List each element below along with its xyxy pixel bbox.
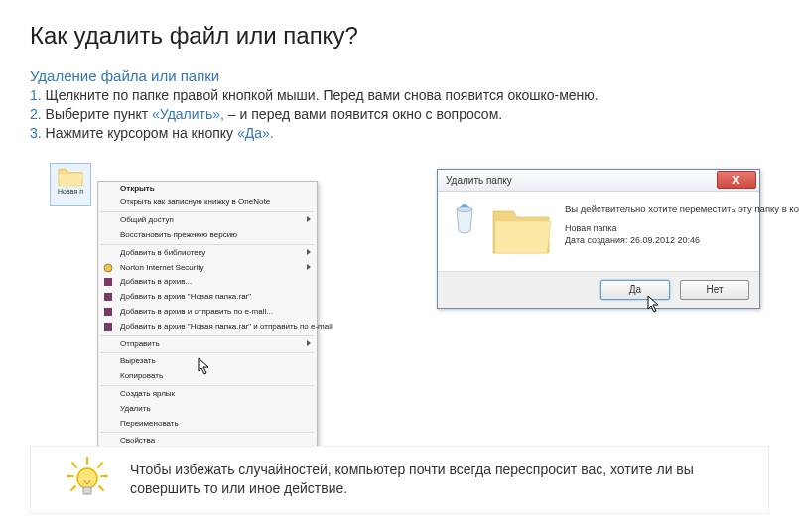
- dialog-text: Вы действительно хотите переместить эту …: [565, 203, 799, 261]
- svg-rect-2: [104, 293, 112, 301]
- dialog-titlebar: Удалить папку X: [438, 170, 759, 192]
- tip-box: Чтобы избежать случайностей, компьютер п…: [30, 446, 769, 514]
- close-icon: X: [732, 174, 739, 186]
- menu-archive-mail[interactable]: Добавить в архив и отправить по e-mail..…: [98, 305, 317, 320]
- close-button[interactable]: X: [717, 171, 756, 189]
- lightbulb-icon: [63, 455, 112, 504]
- svg-line-8: [98, 463, 102, 467]
- svg-rect-1: [104, 278, 112, 286]
- menu-open-onenote[interactable]: Открыть как записную книжку в OneNote: [98, 196, 317, 210]
- recycle-bin-icon: [452, 203, 477, 261]
- svg-point-5: [457, 206, 472, 211]
- norton-icon: [102, 263, 114, 273]
- menu-delete[interactable]: Удалить: [98, 402, 317, 417]
- rar-icon: [102, 322, 114, 332]
- menu-rename[interactable]: Переименовать: [98, 417, 317, 432]
- menu-norton[interactable]: Norton Internet Security: [98, 261, 317, 276]
- menu-open[interactable]: Открыть: [98, 182, 317, 197]
- menu-share[interactable]: Общий доступ: [98, 213, 317, 228]
- subtitle: Удаление файла или папки: [30, 67, 769, 84]
- rar-icon: [102, 277, 114, 287]
- menu-send[interactable]: Отправить: [98, 337, 317, 352]
- folder-label: Новая п: [58, 188, 83, 195]
- svg-point-13: [77, 468, 97, 488]
- dialog-folder-name: Новая папка: [565, 222, 799, 235]
- no-button[interactable]: Нет: [680, 280, 749, 300]
- rar-icon: [102, 307, 114, 317]
- cursor-icon: [646, 294, 666, 314]
- step-1: 1. Щелкните по папке правой кнопкой мыши…: [30, 86, 769, 105]
- page-title: Как удалить файл или папку?: [30, 22, 769, 50]
- step-text-b: – и перед вами появится окно с вопросом.: [224, 106, 502, 122]
- step-text: Нажмите курсором на кнопку: [46, 125, 237, 141]
- step-highlight: «Да».: [237, 125, 274, 141]
- rar-icon: [102, 292, 114, 302]
- menu-library[interactable]: Добавить в библиотеку: [98, 246, 317, 261]
- svg-rect-4: [104, 323, 112, 331]
- svg-point-0: [104, 264, 112, 272]
- step-2: 2. Выберите пункт «Удалить», – и перед в…: [30, 105, 769, 124]
- menu-archive-new[interactable]: Добавить в архив "Новая папка.rar": [98, 290, 317, 305]
- step-highlight: «Удалить»,: [152, 106, 224, 122]
- step-num: 1.: [30, 87, 42, 103]
- folder-big-icon: [489, 203, 553, 261]
- dialog-footer: Да Нет: [438, 271, 759, 308]
- context-menu: Открыть Открыть как записную книжку в On…: [97, 181, 318, 451]
- menu-shortcut[interactable]: Создать ярлык: [98, 387, 317, 402]
- menu-archive-new-mail[interactable]: Добавить в архив "Новая папка.rar" и отп…: [98, 320, 317, 334]
- context-menu-illustration: Новая п Открыть Открыть как записную кни…: [50, 163, 318, 206]
- dialog-illustration: Удалить папку X: [437, 169, 760, 309]
- folder-svg: [57, 166, 84, 188]
- steps-list: 1. Щелкните по папке правой кнопкой мыши…: [30, 86, 769, 143]
- dialog-question: Вы действительно хотите переместить эту …: [565, 203, 799, 214]
- menu-restore[interactable]: Восстановить прежнюю версию: [98, 228, 317, 243]
- svg-rect-3: [104, 308, 112, 316]
- svg-line-12: [99, 486, 103, 490]
- illustrations: Новая п Открыть Открыть как записную кни…: [50, 163, 769, 309]
- step-text: Щелкните по папке правой кнопкой мыши. П…: [46, 87, 599, 103]
- step-num: 3.: [30, 125, 42, 141]
- svg-line-7: [72, 463, 76, 467]
- step-3: 3. Нажмите курсором на кнопку «Да».: [30, 124, 769, 143]
- delete-dialog: Удалить папку X: [437, 169, 760, 309]
- folder-icon[interactable]: Новая п: [50, 163, 91, 206]
- cursor-icon: [197, 356, 216, 376]
- tip-text: Чтобы избежать случайностей, компьютер п…: [130, 462, 694, 497]
- svg-rect-14: [83, 487, 91, 494]
- svg-line-11: [71, 486, 75, 490]
- step-text: Выберите пункт: [46, 106, 152, 122]
- dialog-body: Вы действительно хотите переместить эту …: [438, 192, 759, 271]
- dialog-folder-date: Дата создания: 26.09.2012 20:46: [565, 234, 799, 247]
- menu-archive[interactable]: Добавить в архив...: [98, 275, 317, 290]
- step-num: 2.: [30, 106, 42, 122]
- dialog-title-text: Удалить папку: [446, 175, 512, 186]
